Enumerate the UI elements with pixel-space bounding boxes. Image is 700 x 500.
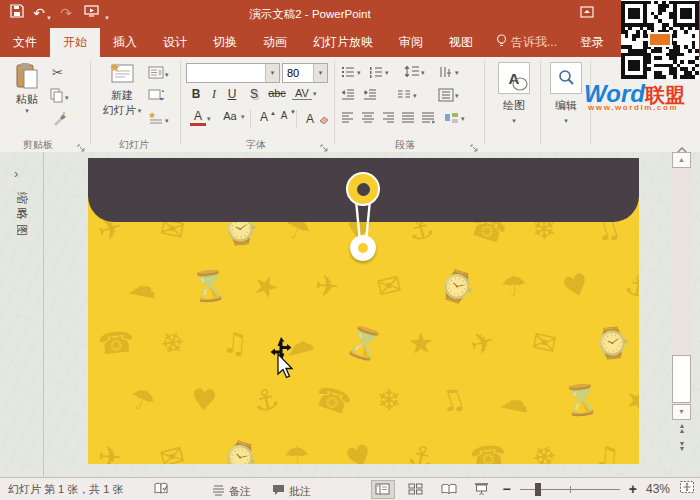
strikethrough-button[interactable]: abc — [266, 87, 288, 99]
tab-transitions[interactable]: 切换 — [200, 28, 250, 57]
scroll-up-icon[interactable]: ▲ — [672, 152, 691, 168]
tell-me-box[interactable]: 告诉我... — [486, 28, 567, 57]
clipboard-dialog-launcher-icon[interactable] — [77, 139, 87, 149]
columns-dropdown-icon[interactable]: ▾ — [413, 92, 417, 99]
editing-group-button[interactable]: 编辑 ▾ — [546, 62, 586, 124]
bullets-dropdown-icon[interactable]: ▾ — [357, 69, 361, 76]
tab-insert[interactable]: 插入 — [100, 28, 150, 57]
align-right-button[interactable] — [380, 111, 396, 125]
umbrella-icon: ☂ — [283, 440, 310, 464]
tab-slideshow[interactable]: 幻灯片放映 — [300, 28, 386, 57]
format-painter-button[interactable] — [52, 111, 67, 130]
section-button[interactable]: ▾ — [148, 111, 169, 129]
font-color-button[interactable]: A ▾ — [190, 110, 211, 126]
drawing-group-button[interactable]: A 绘图 ▾ — [492, 62, 536, 124]
slide-layout-button[interactable]: ▾ — [148, 65, 169, 83]
slides-group-label: 幻灯片 — [94, 138, 174, 152]
zoom-level[interactable]: 43% — [646, 482, 670, 496]
ribbon-display-options-icon[interactable] — [578, 4, 596, 22]
notes-button[interactable]: 备注 — [212, 482, 251, 500]
slide-number-indicator[interactable]: 幻灯片 第 1 张，共 1 张 — [8, 482, 124, 497]
font-size-dropdown-icon[interactable]: ▾ — [313, 64, 327, 82]
decrease-indent-button[interactable] — [340, 88, 356, 102]
align-center-button[interactable] — [360, 111, 376, 125]
reset-slide-button[interactable] — [148, 88, 164, 106]
normal-view-button[interactable] — [371, 480, 395, 499]
zoom-slider-thumb[interactable] — [535, 483, 541, 496]
tab-file[interactable]: 文件 — [0, 28, 50, 57]
paste-dropdown-icon[interactable]: ▾ — [25, 107, 29, 114]
umbrella-icon: ☂ — [500, 269, 527, 304]
clear-formatting-button[interactable]: A — [302, 110, 329, 128]
line-spacing-dropdown-icon[interactable]: ▾ — [421, 69, 425, 76]
comments-button[interactable]: 批注 — [272, 482, 311, 500]
cut-button[interactable]: ✂ — [52, 65, 63, 80]
italic-button[interactable]: I — [206, 87, 222, 102]
new-slide-button[interactable]: 新建 幻灯片▾ — [98, 62, 146, 118]
scroll-down-icon[interactable]: ▼ — [672, 404, 691, 420]
copy-button[interactable]: ▾ — [50, 88, 69, 107]
font-name-combobox[interactable]: ▾ — [186, 63, 280, 83]
columns-button[interactable]: ▾ — [396, 88, 417, 102]
drawing-icon: A — [498, 62, 530, 94]
magnifier-icon — [550, 62, 582, 94]
pane-divider[interactable] — [43, 152, 44, 477]
slide-sorter-view-button[interactable] — [404, 480, 428, 499]
slideshow-view-button[interactable] — [470, 480, 494, 499]
zoom-out-button[interactable]: − — [503, 482, 511, 496]
star-icon: ★ — [248, 265, 285, 306]
shrink-font-button[interactable]: A▼ — [276, 110, 296, 121]
drawing-dropdown-icon[interactable]: ▾ — [512, 117, 516, 124]
paragraph-dialog-launcher-icon[interactable] — [470, 139, 480, 149]
align-text-button[interactable]: ▾ — [438, 88, 459, 102]
tab-design[interactable]: 设计 — [150, 28, 200, 57]
justify-button[interactable] — [400, 111, 416, 125]
grow-font-button[interactable]: A▲ — [256, 110, 276, 124]
zoom-slider[interactable] — [520, 482, 620, 496]
tab-animations[interactable]: 动画 — [250, 28, 300, 57]
tab-view[interactable]: 视图 — [436, 28, 486, 57]
section-dropdown-icon[interactable]: ▾ — [165, 117, 169, 124]
smartart-dropdown-icon[interactable]: ▾ — [461, 115, 465, 122]
tab-home[interactable]: 开始 — [50, 28, 100, 57]
fit-slide-to-window-icon[interactable] — [679, 480, 695, 498]
change-case-button[interactable]: Aa ▾ — [220, 110, 245, 122]
increase-indent-button[interactable] — [362, 88, 378, 102]
copy-dropdown-icon[interactable]: ▾ — [65, 94, 69, 101]
spell-check-icon[interactable] — [154, 482, 169, 500]
tab-review[interactable]: 审阅 — [386, 28, 436, 57]
font-name-dropdown-icon[interactable]: ▾ — [265, 64, 279, 82]
character-spacing-dropdown-icon[interactable]: ▾ — [313, 90, 317, 97]
font-size-combobox[interactable]: 80 ▾ — [282, 63, 328, 83]
underline-button[interactable]: U — [224, 87, 240, 101]
smartart-convert-button[interactable]: ▾ — [444, 111, 465, 125]
align-left-button[interactable] — [340, 111, 356, 125]
font-dialog-launcher-icon[interactable] — [320, 139, 330, 149]
text-shadow-button[interactable]: S — [246, 87, 262, 101]
editing-dropdown-icon[interactable]: ▾ — [564, 117, 568, 124]
thumbnails-pane-label[interactable]: 缩略图 — [13, 192, 30, 240]
bullets-button[interactable]: ▾ — [340, 65, 361, 79]
font-color-dropdown-icon[interactable]: ▾ — [207, 115, 211, 122]
line-spacing-button[interactable]: ▾ — [404, 65, 425, 79]
numbering-dropdown-icon[interactable]: ▾ — [385, 69, 389, 76]
zoom-in-button[interactable]: + — [629, 482, 637, 496]
scrollbar-thumb[interactable] — [672, 355, 691, 403]
bold-button[interactable]: B — [188, 87, 204, 101]
numbering-button[interactable]: ▾ — [368, 65, 389, 79]
slide-canvas[interactable]: ✈✉⌚☂♥⚓☎❄♫☁⌛★✈✉⌚☂♥⚓☎❄♫☁⌛★✈✉⌚☂♥⚓☎❄♫☁⌛★✈✉⌚☂… — [88, 158, 639, 464]
previous-slide-icon[interactable]: ▲▲ — [675, 423, 689, 433]
align-text-dropdown-icon[interactable]: ▾ — [455, 92, 459, 99]
paste-button[interactable]: 粘贴 ▾ — [8, 62, 46, 114]
sign-in-button[interactable]: 登录 — [567, 28, 617, 57]
slide-layout-dropdown-icon[interactable]: ▾ — [165, 71, 169, 78]
text-direction-button[interactable]: ▾ — [438, 65, 459, 79]
next-slide-icon[interactable]: ▼▼ — [675, 441, 689, 451]
change-case-dropdown-icon[interactable]: ▾ — [241, 113, 245, 120]
section-icon — [148, 111, 164, 129]
character-spacing-button[interactable]: AV ▾ — [292, 87, 317, 100]
expand-thumbnails-chevron-icon[interactable]: › — [14, 166, 18, 181]
distribute-button[interactable] — [420, 111, 436, 125]
text-direction-dropdown-icon[interactable]: ▾ — [455, 69, 459, 76]
reading-view-button[interactable] — [437, 480, 461, 499]
